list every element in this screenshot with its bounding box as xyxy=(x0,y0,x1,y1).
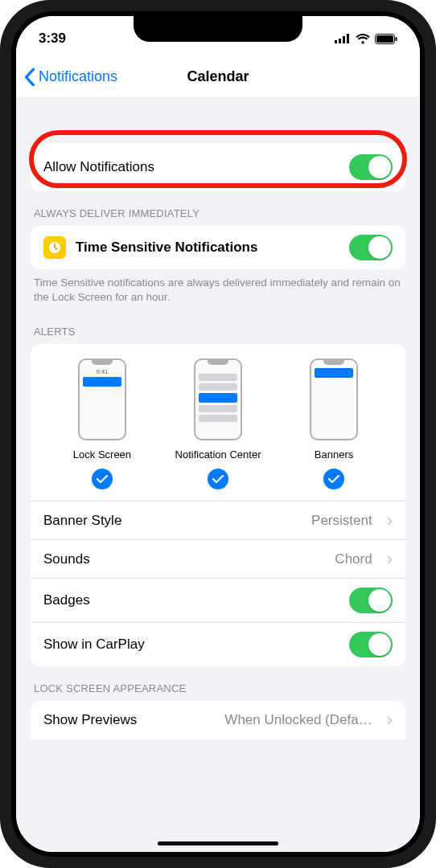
allow-notifications-toggle[interactable] xyxy=(349,154,393,180)
sounds-label: Sounds xyxy=(43,551,325,567)
status-time: 3:39 xyxy=(39,31,66,47)
alert-option-lock-screen[interactable]: 9:41 Lock Screen xyxy=(45,358,159,489)
time-sensitive-header: ALWAYS DELIVER IMMEDIATELY xyxy=(16,191,420,226)
back-button[interactable]: Notifications xyxy=(16,68,117,86)
badges-row[interactable]: Badges xyxy=(31,578,405,622)
svg-rect-6 xyxy=(396,37,397,41)
svg-rect-2 xyxy=(343,36,345,43)
checkmark-icon xyxy=(208,469,228,489)
carplay-toggle[interactable] xyxy=(349,632,393,657)
badges-toggle[interactable] xyxy=(349,588,393,613)
svg-rect-1 xyxy=(339,39,341,43)
chevron-left-icon xyxy=(24,68,35,86)
carplay-row[interactable]: Show in CarPlay xyxy=(31,622,405,666)
alert-option-banners[interactable]: Banners xyxy=(277,358,391,489)
alerts-styles-panel: 9:41 Lock Screen xyxy=(31,344,405,501)
alerts-group: 9:41 Lock Screen xyxy=(31,344,405,666)
cellular-icon xyxy=(335,34,351,43)
alert-option-notification-center[interactable]: Notification Center xyxy=(161,358,275,489)
banners-preview xyxy=(310,358,358,440)
sounds-row[interactable]: Sounds Chord › xyxy=(31,539,405,578)
show-previews-label: Show Previews xyxy=(43,712,215,728)
show-previews-value: When Unlocked (Defa… xyxy=(224,712,372,728)
time-sensitive-label: Time Sensitive Notifications xyxy=(76,240,339,256)
time-sensitive-toggle[interactable] xyxy=(349,235,393,260)
svg-rect-3 xyxy=(347,34,349,43)
wifi-icon xyxy=(356,34,370,44)
settings-content: Allow Notifications ALWAYS DELIVER IMMED… xyxy=(16,98,420,852)
time-sensitive-footer: Time Sensitive notifications are always … xyxy=(16,269,420,309)
time-sensitive-row[interactable]: Time Sensitive Notifications xyxy=(31,226,405,269)
device-frame: 3:39 Notifications Calendar Allow Notifi… xyxy=(0,0,436,868)
carplay-label: Show in CarPlay xyxy=(43,637,339,653)
allow-notifications-group: Allow Notifications xyxy=(31,143,405,191)
banner-style-label: Banner Style xyxy=(43,513,302,529)
checkmark-icon xyxy=(323,469,344,489)
notification-center-preview xyxy=(194,358,242,440)
nav-bar: Notifications Calendar xyxy=(16,56,420,98)
alert-option-label: Banners xyxy=(315,448,353,461)
alert-option-label: Notification Center xyxy=(175,448,261,461)
banner-style-row[interactable]: Banner Style Persistent › xyxy=(31,501,405,539)
allow-notifications-row[interactable]: Allow Notifications xyxy=(31,143,405,191)
home-indicator[interactable] xyxy=(158,841,278,845)
svg-rect-5 xyxy=(376,35,393,43)
checkmark-icon xyxy=(92,469,113,489)
banner-style-value: Persistent xyxy=(311,513,372,529)
battery-icon xyxy=(375,34,397,44)
show-previews-row[interactable]: Show Previews When Unlocked (Defa… › xyxy=(31,701,405,739)
back-label: Notifications xyxy=(39,68,117,85)
alert-option-label: Lock Screen xyxy=(73,448,131,461)
sounds-value: Chord xyxy=(335,551,372,567)
lock-screen-group: Show Previews When Unlocked (Defa… › xyxy=(31,701,405,739)
time-sensitive-group: Time Sensitive Notifications xyxy=(31,226,405,269)
device-notch xyxy=(134,16,302,42)
clock-icon xyxy=(43,236,66,259)
svg-rect-0 xyxy=(335,40,337,43)
allow-notifications-label: Allow Notifications xyxy=(43,159,339,175)
lock-screen-appearance-header: LOCK SCREEN APPEARANCE xyxy=(16,666,420,701)
badges-label: Badges xyxy=(43,592,339,608)
lock-screen-preview: 9:41 xyxy=(78,358,126,440)
alerts-header: ALERTS xyxy=(16,309,420,344)
